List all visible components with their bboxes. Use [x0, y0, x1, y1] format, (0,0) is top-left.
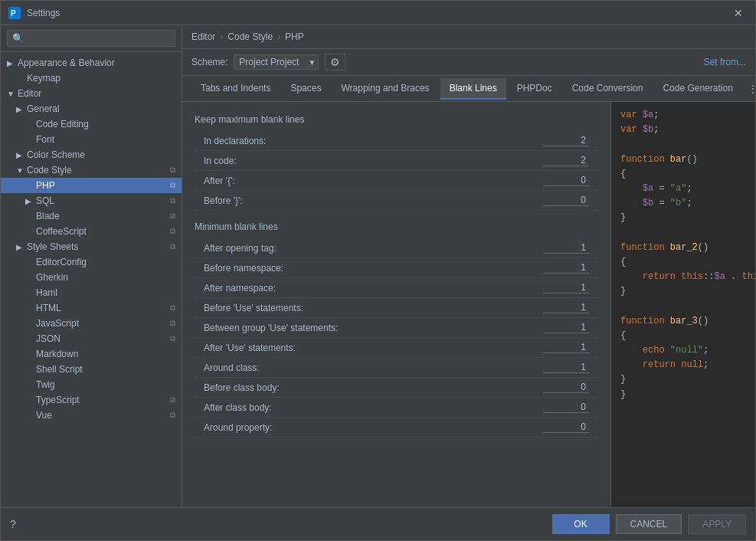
- sidebar-item-label: JSON: [36, 333, 61, 344]
- breadcrumb: Editor › Code Style › PHP: [191, 31, 304, 42]
- content-area: ▶ Appearance & Behavior Keymap ▼ Editor …: [1, 25, 755, 507]
- sidebar-item-twig[interactable]: Twig: [1, 377, 182, 392]
- code-line: function bar(): [620, 152, 746, 167]
- sidebar-item-label: Editor: [18, 88, 41, 99]
- sidebar-item-gherkin[interactable]: Gherkin: [1, 270, 182, 285]
- setting-value[interactable]: 0: [543, 402, 589, 413]
- sidebar-item-php[interactable]: PHP ⧉: [1, 178, 182, 193]
- tab-wrapping-braces[interactable]: Wrapping and Braces: [332, 78, 438, 100]
- sidebar-item-color-scheme[interactable]: ▶ Color Scheme: [1, 147, 182, 162]
- sidebar-item-html[interactable]: HTML ⧉: [1, 300, 182, 316]
- sidebar-item-editor[interactable]: ▼ Editor: [1, 86, 182, 101]
- sidebar-item-label: General: [27, 103, 60, 114]
- setting-value[interactable]: 1: [543, 302, 589, 313]
- code-line: {: [620, 167, 746, 182]
- split-area: Keep maximum blank lines In declarations…: [182, 102, 755, 507]
- tab-tabs-indents[interactable]: Tabs and Indents: [191, 78, 280, 100]
- code-line: [620, 299, 746, 313]
- setting-label: Between group 'Use' statements:: [204, 323, 543, 333]
- code-line: }: [620, 372, 746, 387]
- spacer: [25, 289, 33, 297]
- sidebar-item-code-style[interactable]: ▼ Code Style ⧉: [1, 162, 182, 178]
- setting-value[interactable]: 0: [543, 421, 589, 433]
- sidebar-item-font[interactable]: Font: [1, 132, 182, 147]
- sidebar-item-label: Font: [36, 134, 54, 145]
- setting-value[interactable]: 0: [543, 195, 589, 206]
- setting-value[interactable]: 1: [543, 322, 589, 333]
- setting-value[interactable]: 2: [543, 155, 589, 166]
- setting-label: Before '}':: [204, 195, 543, 206]
- help-button[interactable]: ?: [10, 518, 16, 530]
- apply-button[interactable]: APPLY: [688, 514, 746, 534]
- sidebar-item-javascript[interactable]: JavaScript ⧉: [1, 316, 182, 331]
- setting-row-declarations: In declarations: 2: [195, 131, 598, 151]
- sidebar-item-style-sheets[interactable]: ▶ Style Sheets ⧉: [1, 239, 182, 254]
- setting-row-around-property: Around property: 0: [195, 418, 598, 438]
- scheme-gear-button[interactable]: ⚙: [325, 54, 345, 70]
- project-bar: Scheme: Project Project ▼ ⚙ Set from...: [182, 49, 755, 76]
- sidebar-item-general[interactable]: ▶ General: [1, 101, 182, 116]
- setting-label: After namespace:: [204, 283, 543, 293]
- tab-blank-lines[interactable]: Blank Lines: [440, 78, 506, 100]
- sidebar-item-label: Style Sheets: [27, 241, 78, 252]
- tab-phpdoc[interactable]: PHPDoc: [508, 78, 561, 100]
- sidebar-item-code-editing[interactable]: Code Editing: [1, 116, 182, 132]
- setting-row-after-use: After 'Use' statements: 1: [195, 338, 598, 358]
- scheme-select[interactable]: Project Project: [234, 54, 319, 70]
- ok-button[interactable]: OK: [552, 514, 610, 534]
- sidebar: ▶ Appearance & Behavior Keymap ▼ Editor …: [1, 25, 182, 507]
- arrow-icon: ▼: [7, 90, 15, 98]
- sidebar-item-editorconfig[interactable]: EditorConfig: [1, 254, 182, 270]
- sidebar-item-label: HTML: [36, 303, 61, 313]
- sidebar-item-label: Keymap: [27, 73, 61, 84]
- sidebar-item-label: CoffeeScript: [36, 226, 87, 237]
- sidebar-item-sql[interactable]: ▶ SQL ⧉: [1, 193, 182, 208]
- setting-label: After class body:: [204, 402, 543, 413]
- arrow-icon: ▼: [16, 166, 24, 175]
- sidebar-item-typescript[interactable]: TypeScript ⧉: [1, 392, 182, 408]
- close-button[interactable]: ✕: [729, 5, 748, 21]
- code-line: {: [620, 329, 746, 343]
- setting-value[interactable]: 1: [543, 242, 589, 254]
- sidebar-item-json[interactable]: JSON ⧉: [1, 331, 182, 346]
- tab-code-generation[interactable]: Code Generation: [653, 78, 741, 100]
- set-from-link[interactable]: Set from...: [704, 57, 746, 67]
- breadcrumb-sep: ›: [277, 31, 280, 42]
- arrow-icon: ▶: [16, 151, 24, 159]
- sidebar-item-coffeescript[interactable]: CoffeeScript ⧉: [1, 224, 182, 239]
- tab-code-conversion[interactable]: Code Conversion: [563, 78, 653, 100]
- setting-value[interactable]: 0: [543, 382, 589, 393]
- breadcrumb-php[interactable]: PHP: [285, 31, 304, 42]
- setting-value[interactable]: 1: [543, 282, 589, 293]
- copy-icon: ⧉: [170, 319, 175, 328]
- tab-more-button[interactable]: ⋮: [744, 80, 755, 97]
- search-input[interactable]: [7, 30, 175, 47]
- breadcrumb-editor[interactable]: Editor: [191, 31, 215, 42]
- sidebar-item-shell-script[interactable]: Shell Script: [1, 362, 182, 377]
- arrow-icon: ▶: [7, 59, 15, 67]
- code-line: }: [620, 388, 746, 402]
- breadcrumb-code-style[interactable]: Code Style: [227, 31, 273, 42]
- sidebar-item-label: Appearance & Behavior: [18, 57, 115, 68]
- sidebar-item-vue[interactable]: Vue ⧉: [1, 408, 182, 423]
- tab-spaces[interactable]: Spaces: [281, 78, 330, 100]
- setting-row-between-group-use: Between group 'Use' statements: 1: [195, 318, 598, 338]
- arrow-icon: ▶: [25, 197, 33, 205]
- setting-value[interactable]: 1: [543, 342, 589, 353]
- sidebar-item-haml[interactable]: Haml: [1, 285, 182, 300]
- arrow-icon: ▶: [16, 243, 24, 251]
- sidebar-item-label: Color Scheme: [27, 149, 85, 160]
- setting-value[interactable]: 2: [543, 135, 589, 146]
- sidebar-item-label: Haml: [36, 287, 57, 298]
- sidebar-item-keymap[interactable]: Keymap: [1, 70, 182, 86]
- sidebar-item-blade[interactable]: Blade ⧉: [1, 208, 182, 224]
- min-blank-rows: After opening tag: 1 Before namespace: 1…: [195, 238, 598, 438]
- cancel-button[interactable]: CANCEL: [616, 514, 682, 534]
- sidebar-item-appearance[interactable]: ▶ Appearance & Behavior: [1, 55, 182, 70]
- sidebar-item-label: EditorConfig: [36, 257, 87, 267]
- setting-value[interactable]: 0: [543, 175, 589, 186]
- sidebar-item-markdown[interactable]: Markdown: [1, 346, 182, 362]
- setting-value[interactable]: 1: [543, 262, 589, 274]
- setting-value[interactable]: 1: [543, 362, 589, 373]
- setting-label: Before class body:: [204, 382, 543, 393]
